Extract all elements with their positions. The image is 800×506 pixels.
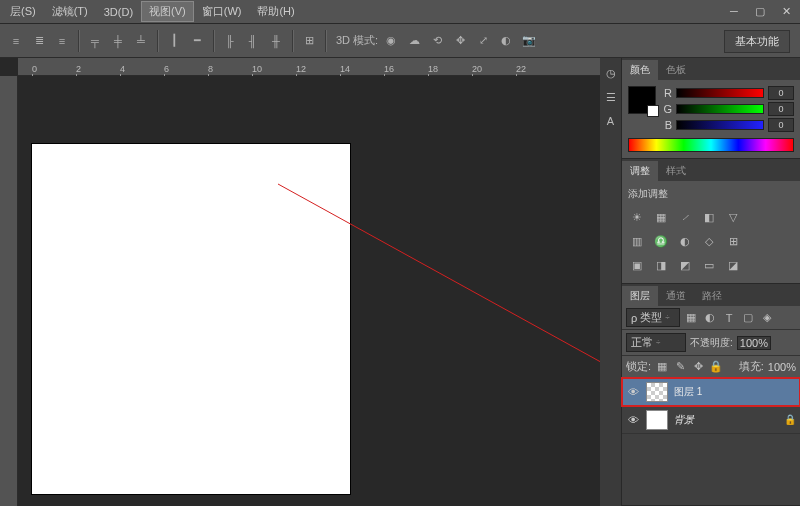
workspace-switcher[interactable]: 基本功能 <box>724 30 790 53</box>
lock-brush-icon[interactable]: ✎ <box>673 360 687 374</box>
distribute-v-icon[interactable]: ━ <box>187 31 207 51</box>
layer-thumbnail[interactable] <box>646 410 668 430</box>
lock-position-icon[interactable]: ✥ <box>691 360 705 374</box>
channels-tab[interactable]: 通道 <box>658 286 694 306</box>
collapsed-panel-strip: ◷ ☰ A <box>600 58 622 506</box>
align-center-icon[interactable]: ≣ <box>29 31 49 51</box>
orbit-icon[interactable]: ◉ <box>381 31 401 51</box>
light-icon[interactable]: ◐ <box>496 31 516 51</box>
layer-name[interactable]: 背景 <box>674 413 778 427</box>
b-slider[interactable] <box>676 120 764 130</box>
posterize-icon[interactable]: ◨ <box>652 257 670 273</box>
canvas-viewport[interactable] <box>18 76 600 506</box>
g-slider[interactable] <box>676 104 764 114</box>
blend-mode-dropdown[interactable]: 正常÷ <box>626 333 686 352</box>
menu-help[interactable]: 帮助(H) <box>249 1 302 22</box>
g-value[interactable]: 0 <box>768 102 794 116</box>
menu-view[interactable]: 视图(V) <box>141 1 194 22</box>
close-button[interactable]: ✕ <box>778 4 794 18</box>
b-label: B <box>662 119 672 131</box>
exposure-icon[interactable]: ◧ <box>700 209 718 225</box>
ruler-tick: 22 <box>516 64 526 74</box>
menu-bar: 层(S) 滤镜(T) 3D(D) 视图(V) 窗口(W) 帮助(H) ─ ▢ ✕ <box>0 0 800 24</box>
fill-value[interactable]: 100% <box>768 361 796 373</box>
lock-label: 锁定: <box>626 359 651 374</box>
ruler-tick: 4 <box>120 64 125 74</box>
b-value[interactable]: 0 <box>768 118 794 132</box>
align-right-icon[interactable]: ≡ <box>52 31 72 51</box>
ruler-tick: 0 <box>32 64 37 74</box>
hue-icon[interactable]: ▥ <box>628 233 646 249</box>
styles-tab[interactable]: 样式 <box>658 161 694 181</box>
visibility-toggle-icon[interactable]: 👁 <box>626 385 640 399</box>
brightness-icon[interactable]: ☀ <box>628 209 646 225</box>
group-icon[interactable]: ⊞ <box>299 31 319 51</box>
layer-name[interactable]: 图层 1 <box>674 385 796 399</box>
r-slider[interactable] <box>676 88 764 98</box>
history-panel-icon[interactable]: ◷ <box>602 64 620 82</box>
distribute-h-icon[interactable]: ┃ <box>164 31 184 51</box>
filter-pixel-icon[interactable]: ▦ <box>684 311 698 325</box>
color-spectrum[interactable] <box>628 138 794 152</box>
rotate-icon[interactable]: ⟲ <box>427 31 447 51</box>
filter-shape-icon[interactable]: ▢ <box>741 311 755 325</box>
layer-thumbnail[interactable] <box>646 382 668 402</box>
r-value[interactable]: 0 <box>768 86 794 100</box>
threshold-icon[interactable]: ◩ <box>676 257 694 273</box>
invert-icon[interactable]: ▣ <box>628 257 646 273</box>
distribute-bottom-icon[interactable]: ╧ <box>131 31 151 51</box>
move-3d-icon[interactable]: ✥ <box>450 31 470 51</box>
swatches-tab[interactable]: 色板 <box>658 60 694 80</box>
gradient-map-icon[interactable]: ▭ <box>700 257 718 273</box>
adjustments-tab[interactable]: 调整 <box>622 161 658 181</box>
curves-icon[interactable]: ⟋ <box>676 209 694 225</box>
scale-3d-icon[interactable]: ⤢ <box>473 31 493 51</box>
visibility-toggle-icon[interactable]: 👁 <box>626 413 640 427</box>
lock-all-icon[interactable]: 🔒 <box>709 360 723 374</box>
photo-filter-icon[interactable]: ◇ <box>700 233 718 249</box>
distribute-middle-icon[interactable]: ╪ <box>108 31 128 51</box>
layer-filter-dropdown[interactable]: ρ类型÷ <box>626 308 680 327</box>
filter-type-icon[interactable]: T <box>722 311 736 325</box>
channel-mixer-icon[interactable]: ⊞ <box>724 233 742 249</box>
menu-window[interactable]: 窗口(W) <box>194 1 250 22</box>
ruler-tick: 10 <box>252 64 262 74</box>
menu-layer[interactable]: 层(S) <box>2 1 44 22</box>
layer-row[interactable]: 👁 背景 🔒 <box>622 406 800 434</box>
space-even-icon[interactable]: ╫ <box>266 31 286 51</box>
separator <box>78 30 79 52</box>
menu-3d[interactable]: 3D(D) <box>96 3 141 21</box>
color-balance-icon[interactable]: ♎ <box>652 233 670 249</box>
maximize-button[interactable]: ▢ <box>752 4 768 18</box>
color-tab[interactable]: 颜色 <box>622 60 658 80</box>
align-left-icon[interactable]: ≡ <box>6 31 26 51</box>
bw-icon[interactable]: ◐ <box>676 233 694 249</box>
layers-tab[interactable]: 图层 <box>622 286 658 306</box>
distribute-top-icon[interactable]: ╤ <box>85 31 105 51</box>
window-controls: ─ ▢ ✕ <box>726 4 794 18</box>
cloud-icon[interactable]: ☁ <box>404 31 424 51</box>
adjustments-title: 添加调整 <box>628 187 794 201</box>
separator <box>292 30 293 52</box>
foreground-color-swatch[interactable] <box>628 86 656 114</box>
ruler-tick: 12 <box>296 64 306 74</box>
layer-row[interactable]: 👁 图层 1 <box>622 378 800 406</box>
canvas[interactable] <box>32 144 350 494</box>
r-label: R <box>662 87 672 99</box>
opacity-value[interactable]: 100% <box>737 336 771 350</box>
lock-transparent-icon[interactable]: ▦ <box>655 360 669 374</box>
space-h-icon[interactable]: ╟ <box>220 31 240 51</box>
selective-color-icon[interactable]: ◪ <box>724 257 742 273</box>
properties-panel-icon[interactable]: ☰ <box>602 88 620 106</box>
levels-icon[interactable]: ▦ <box>652 209 670 225</box>
vibrance-icon[interactable]: ▽ <box>724 209 742 225</box>
filter-adjust-icon[interactable]: ◐ <box>703 311 717 325</box>
character-panel-icon[interactable]: A <box>602 112 620 130</box>
camera-icon[interactable]: 📷 <box>519 31 539 51</box>
ruler-tick: 20 <box>472 64 482 74</box>
menu-filter[interactable]: 滤镜(T) <box>44 1 96 22</box>
filter-smart-icon[interactable]: ◈ <box>760 311 774 325</box>
paths-tab[interactable]: 路径 <box>694 286 730 306</box>
minimize-button[interactable]: ─ <box>726 4 742 18</box>
space-v-icon[interactable]: ╢ <box>243 31 263 51</box>
